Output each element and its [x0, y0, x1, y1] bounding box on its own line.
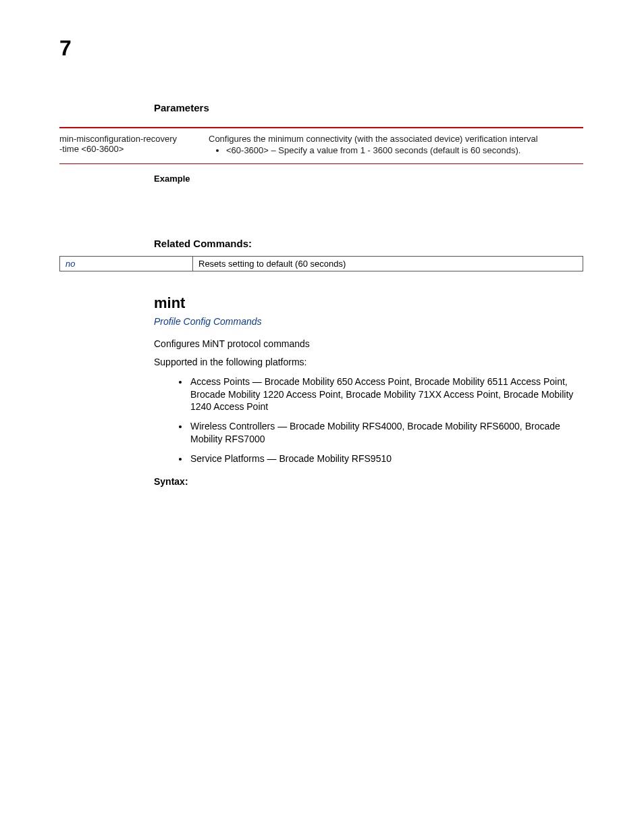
param-desc-intro: Configures the minimum connectivity (wit… [209, 134, 579, 144]
example-heading: Example [154, 174, 583, 184]
param-desc-cell: Configures the minimum connectivity (wit… [209, 128, 583, 163]
related-cmd-cell: no [60, 256, 193, 271]
param-name-cell: min-misconfiguration-recovery -time <60-… [59, 128, 209, 163]
table-row: no Resets setting to default (60 seconds… [60, 256, 583, 271]
supported-intro: Supported in the following platforms: [154, 356, 583, 369]
parameters-table: min-misconfiguration-recovery -time <60-… [59, 127, 583, 164]
profile-config-link[interactable]: Profile Config Commands [154, 316, 262, 327]
list-item: Service Platforms — Brocade Mobility RFS… [189, 452, 583, 465]
section-title: mint [154, 294, 583, 312]
chapter-number: 7 [59, 37, 583, 61]
section-description: Configures MiNT protocol commands [154, 338, 583, 350]
param-name-line1: min-misconfiguration-recovery [59, 134, 205, 144]
related-commands-heading: Related Commands: [154, 238, 583, 249]
list-item: Wireless Controllers — Brocade Mobility … [189, 420, 583, 446]
related-desc-cell: Resets setting to default (60 seconds) [193, 256, 583, 271]
parameters-heading: Parameters [154, 102, 583, 113]
list-item: Access Points — Brocade Mobility 650 Acc… [189, 375, 583, 414]
related-commands-table: no Resets setting to default (60 seconds… [59, 256, 583, 271]
param-name-line2: -time <60-3600> [59, 144, 205, 154]
related-cmd-link[interactable]: no [65, 259, 75, 269]
platform-list: Access Points — Brocade Mobility 650 Acc… [189, 375, 583, 465]
param-desc-bullet: <60-3600> – Specify a value from 1 - 360… [226, 145, 579, 157]
syntax-heading: Syntax: [154, 476, 583, 487]
